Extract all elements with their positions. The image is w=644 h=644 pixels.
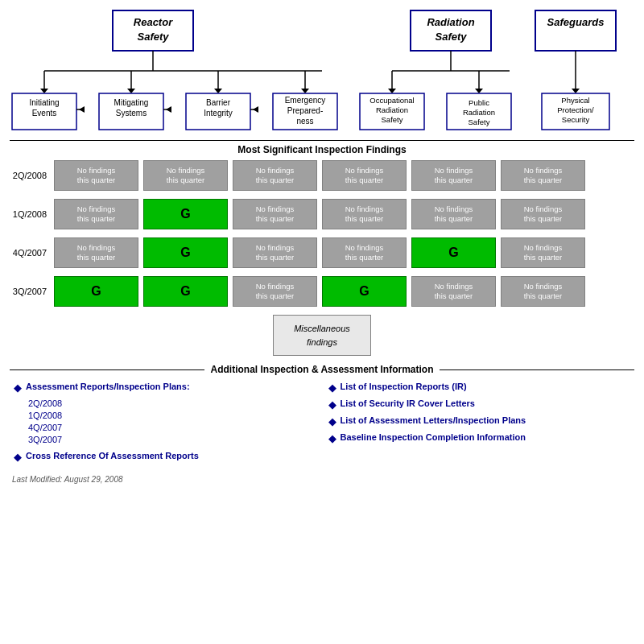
- quarter-label: 4Q/2007: [10, 248, 52, 258]
- misc-box: Miscellaneous findings: [273, 315, 371, 356]
- finding-cell-green: G: [54, 276, 138, 307]
- finding-cell: No findingsthis quarter: [501, 199, 585, 229]
- finding-cell-green: G: [322, 276, 407, 307]
- link-2q2008[interactable]: 2Q/2008: [28, 398, 316, 408]
- baseline-link-row: ◆ Baseline Inspection Completion Informa…: [328, 432, 631, 444]
- finding-cell: No findingsthis quarter: [411, 276, 496, 307]
- finding-cell: No findingsthis quarter: [54, 160, 138, 191]
- finding-cell: No findingsthis quarter: [501, 237, 585, 268]
- svg-text:Systems: Systems: [116, 109, 147, 118]
- divider-left: [10, 369, 204, 370]
- link-1q2008[interactable]: 1Q/2008: [28, 411, 316, 420]
- svg-text:Reactor: Reactor: [134, 16, 173, 28]
- findings-row-1q2008: 1Q/2008 No findingsthis quarter G No fin…: [10, 199, 634, 229]
- ir-link-row: ◆ List of Inspection Reports (IR): [328, 382, 631, 394]
- quarter-label: 2Q/2008: [10, 171, 52, 180]
- svg-text:Radiation: Radiation: [463, 108, 495, 117]
- footer: Last Modified: August 29, 2008: [0, 463, 644, 492]
- cross-ref-row: ◆ Cross Reference Of Assessment Reports: [14, 451, 316, 463]
- svg-text:Prepared-: Prepared-: [287, 106, 323, 115]
- finding-cell: No findingsthis quarter: [233, 276, 317, 307]
- footer-text: Last Modified: August 29, 2008: [12, 475, 123, 484]
- svg-text:Barrier: Barrier: [206, 98, 231, 107]
- misc-line1: Miscellaneous: [294, 324, 350, 333]
- svg-marker-23: [475, 89, 483, 93]
- assessment-letters-link[interactable]: List of Assessment Letters/Inspection Pl…: [341, 415, 526, 425]
- finding-cell: No findingsthis quarter: [411, 199, 496, 229]
- diamond-icon-4: ◆: [328, 398, 336, 411]
- finding-cell-green: G: [143, 199, 228, 229]
- security-link[interactable]: List of Security IR Cover Letters: [341, 398, 476, 408]
- svg-text:Safety: Safety: [137, 31, 169, 43]
- quarter-label: 3Q/2007: [10, 287, 52, 296]
- svg-text:Emergency: Emergency: [285, 96, 326, 105]
- misc-row: Miscellaneous findings: [10, 315, 634, 356]
- additional-content: ◆ Assessment Reports/Inspection Plans: 2…: [10, 382, 634, 463]
- findings-row-2q2008: 2Q/2008 No findingsthis quarter No findi…: [10, 160, 634, 191]
- diagram-area: Reactor Safety Radiation Safety Safeguar…: [0, 0, 644, 137]
- svg-text:Public: Public: [469, 98, 489, 107]
- finding-cell-green: G: [411, 237, 496, 268]
- cross-ref-link[interactable]: Cross Reference Of Assessment Reports: [26, 451, 199, 460]
- divider-right: [440, 369, 634, 370]
- diamond-icon-3: ◆: [328, 382, 336, 394]
- svg-text:Occupational: Occupational: [369, 96, 414, 105]
- quarter-label: 1Q/2008: [10, 209, 52, 219]
- finding-cell: No findingsthis quarter: [322, 199, 407, 229]
- link-3q2007[interactable]: 3Q/2007: [28, 435, 316, 444]
- finding-cell-green: G: [143, 237, 228, 268]
- svg-text:Integrity: Integrity: [204, 109, 233, 118]
- misc-line2: findings: [307, 337, 337, 347]
- security-link-row: ◆ List of Security IR Cover Letters: [328, 398, 631, 411]
- assessment-header: Assessment Reports/Inspection Plans:: [26, 382, 190, 391]
- additional-title: Additional Inspection & Assessment Infor…: [211, 364, 434, 375]
- svg-text:Safety: Safety: [435, 31, 467, 43]
- finding-cell-green: G: [143, 276, 228, 307]
- left-column: ◆ Assessment Reports/Inspection Plans: 2…: [14, 382, 316, 463]
- svg-marker-13: [127, 89, 135, 93]
- findings-row-4q2007: 4Q/2007 No findingsthis quarter G No fin…: [10, 237, 634, 268]
- finding-cell: No findingsthis quarter: [143, 160, 228, 191]
- findings-grid: 2Q/2008 No findingsthis quarter No findi…: [10, 160, 634, 307]
- svg-text:Protection/: Protection/: [557, 105, 594, 114]
- svg-text:Radiation: Radiation: [427, 16, 474, 28]
- structure-diagram: Reactor Safety Radiation Safety Safeguar…: [8, 6, 636, 135]
- diamond-icon-6: ◆: [328, 432, 336, 444]
- findings-section: Most Significant Inspection Findings 2Q/…: [0, 140, 644, 463]
- svg-marker-17: [301, 89, 309, 93]
- svg-text:Safeguards: Safeguards: [547, 16, 605, 28]
- finding-cell: No findingsthis quarter: [411, 160, 496, 191]
- svg-marker-25: [572, 89, 580, 93]
- svg-text:Safety: Safety: [382, 115, 403, 124]
- svg-marker-15: [214, 89, 222, 93]
- link-4q2007[interactable]: 4Q/2007: [28, 423, 316, 432]
- diamond-icon-5: ◆: [328, 415, 336, 427]
- svg-text:Mitigating: Mitigating: [114, 98, 149, 107]
- svg-text:Physical: Physical: [561, 96, 589, 105]
- finding-cell: No findingsthis quarter: [501, 276, 585, 307]
- svg-text:Radiation: Radiation: [376, 105, 408, 114]
- finding-cell: No findingsthis quarter: [322, 160, 407, 191]
- assessment-header-row: ◆ Assessment Reports/Inspection Plans:: [14, 382, 316, 394]
- finding-cell: No findingsthis quarter: [54, 237, 138, 268]
- finding-cell: No findingsthis quarter: [322, 237, 407, 268]
- svg-text:ness: ness: [296, 117, 313, 126]
- additional-title-row: Additional Inspection & Assessment Infor…: [10, 364, 634, 375]
- findings-row-3q2007: 3Q/2007 G G No findingsthis quarter G No…: [10, 276, 634, 307]
- finding-cell: No findingsthis quarter: [501, 160, 585, 191]
- finding-cell: No findingsthis quarter: [233, 237, 317, 268]
- svg-text:Safety: Safety: [469, 118, 490, 126]
- assessment-letters-row: ◆ List of Assessment Letters/Inspection …: [328, 415, 631, 427]
- finding-cell: No findingsthis quarter: [233, 160, 317, 191]
- finding-cell: No findingsthis quarter: [233, 199, 317, 229]
- svg-text:Events: Events: [32, 109, 57, 118]
- svg-text:Initiating: Initiating: [29, 98, 59, 107]
- baseline-link[interactable]: Baseline Inspection Completion Informati…: [341, 432, 526, 442]
- ir-link[interactable]: List of Inspection Reports (IR): [341, 382, 467, 391]
- svg-text:Security: Security: [562, 115, 590, 124]
- divider-top: [10, 140, 634, 141]
- findings-title: Most Significant Inspection Findings: [10, 144, 634, 155]
- svg-marker-11: [40, 89, 48, 93]
- diamond-icon-2: ◆: [14, 451, 22, 463]
- finding-cell: No findingsthis quarter: [54, 199, 138, 229]
